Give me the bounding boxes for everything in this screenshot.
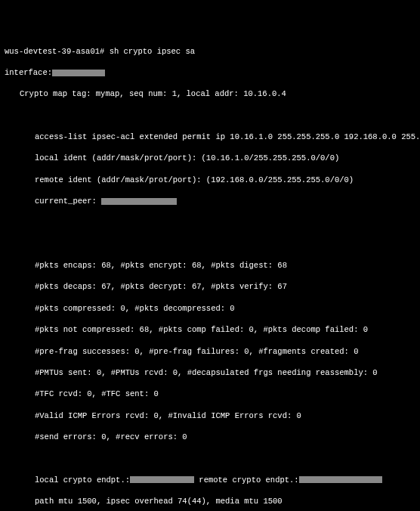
current-peer-line: current_peer: [5, 196, 415, 206]
redacted-interface [52, 70, 105, 76]
command-text: sh crypto ipsec sa [110, 47, 195, 56]
prefrag-line: #pre-frag successes: 0, #pre-frag failur… [5, 346, 415, 357]
redacted-local-endpt [130, 476, 194, 483]
prompt-line: wus-devtest-39-asa01# sh crypto ipsec sa [5, 46, 415, 57]
redacted-peer [101, 198, 177, 205]
pmtus-line: #PMTUs sent: 0, #PMTUs rcvd: 0, #decapsu… [5, 367, 415, 378]
redacted-remote-endpt [299, 476, 382, 483]
pkts-compressed-line: #pkts compressed: 0, #pkts decompressed:… [5, 303, 415, 314]
pkts-decaps-line: #pkts decaps: 67, #pkts decrypt: 67, #pk… [5, 281, 415, 292]
pkts-encaps-line: #pkts encaps: 68, #pkts encrypt: 68, #pk… [5, 260, 415, 271]
pkts-notcomp-line: #pkts not compressed: 68, #pkts comp fai… [5, 324, 415, 335]
tfc-line: #TFC rcvd: 0, #TFC sent: 0 [5, 389, 415, 399]
acl-line: access-list ipsec-acl extended permit ip… [5, 132, 415, 142]
remote-ident-line: remote ident (addr/mask/prot/port): (192… [5, 175, 415, 185]
send-errors-line: #send errors: 0, #recv errors: 0 [5, 432, 415, 442]
local-ident-line: local ident (addr/mask/prot/port): (10.1… [5, 153, 415, 163]
crypto-endpt-line: local crypto endpt.: remote crypto endpt… [5, 475, 415, 485]
interface-line: interface: [5, 67, 415, 78]
crypto-map-line: Crypto map tag: mymap, seq num: 1, local… [5, 88, 415, 99]
hostname: wus-devtest-39-asa01# [5, 47, 104, 56]
path-mtu-line: path mtu 1500, ipsec overhead 74(44), me… [5, 496, 415, 506]
icmp-errors-line: #Valid ICMP Errors rcvd: 0, #Invalid ICM… [5, 410, 415, 421]
